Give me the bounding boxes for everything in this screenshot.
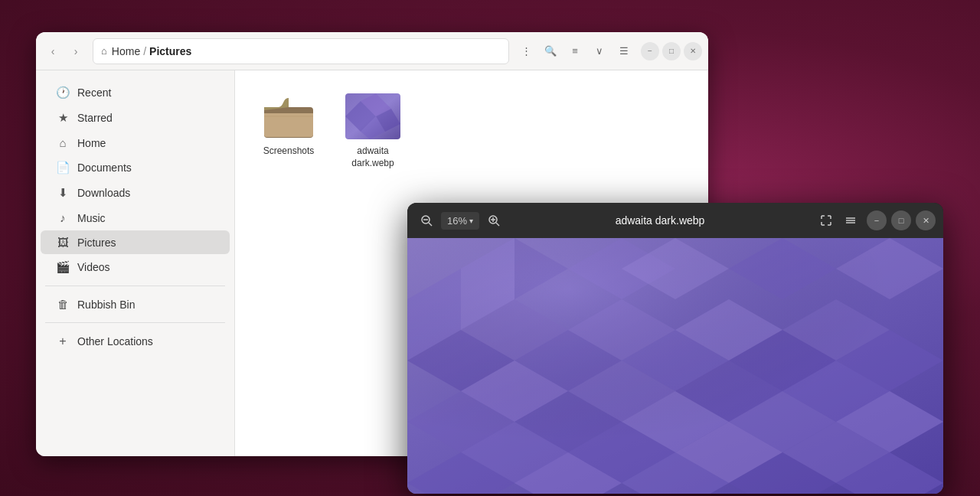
sidebar-divider-2 xyxy=(45,322,225,323)
svg-line-11 xyxy=(496,223,499,226)
viewer-titlebar: 16% ▾ adwaita dark.webp xyxy=(407,203,943,238)
starred-icon: ★ xyxy=(56,111,70,125)
sidebar-label-documents: Documents xyxy=(77,162,132,174)
viewer-menu-button[interactable] xyxy=(839,209,862,232)
zoom-value: 16% xyxy=(447,215,467,227)
sidebar-label-downloads: Downloads xyxy=(77,187,130,199)
close-button[interactable]: ✕ xyxy=(684,42,702,60)
sidebar-item-documents[interactable]: 📄 Documents xyxy=(41,155,230,180)
file-item-screenshots[interactable]: Screenshots xyxy=(250,86,327,177)
zoom-level-display[interactable]: 16% ▾ xyxy=(441,212,479,230)
view-list-button[interactable]: ☰ xyxy=(613,41,635,62)
breadcrumb-current: Pictures xyxy=(149,45,191,57)
breadcrumb-home[interactable]: Home xyxy=(112,45,140,57)
videos-icon: 🎬 xyxy=(56,260,70,274)
documents-icon: 📄 xyxy=(56,161,70,175)
folder-icon-screenshots xyxy=(261,93,316,139)
sidebar-label-home: Home xyxy=(77,137,106,149)
other-locations-icon: + xyxy=(56,334,70,348)
search-button[interactable]: 🔍 xyxy=(540,41,561,62)
nav-buttons: ‹ › xyxy=(42,41,87,62)
menu-button[interactable]: ⋮ xyxy=(515,41,537,62)
window-controls: − □ ✕ xyxy=(641,42,702,60)
sidebar-item-recent[interactable]: 🕐 Recent xyxy=(41,80,230,105)
file-icon-adwaita xyxy=(345,93,400,139)
sidebar-label-music: Music xyxy=(77,212,106,224)
svg-rect-50 xyxy=(407,238,943,494)
view-toggle-button[interactable]: ≡ xyxy=(564,41,586,62)
file-name-adwaita: adwaita dark.webp xyxy=(341,145,405,169)
sidebar-label-starred: Starred xyxy=(77,112,113,124)
sidebar-item-pictures[interactable]: 🖼 Pictures xyxy=(41,230,230,254)
viewer-close-button[interactable]: ✕ xyxy=(916,210,936,230)
rubbish-icon: 🗑 xyxy=(56,298,70,311)
sidebar-item-home[interactable]: ⌂ Home xyxy=(41,131,230,155)
zoom-controls: 16% ▾ xyxy=(415,209,505,232)
view-dropdown-button[interactable]: ∨ xyxy=(589,41,610,62)
minimize-button[interactable]: − xyxy=(641,42,659,60)
viewer-content xyxy=(407,238,943,494)
viewer-title: adwaita dark.webp xyxy=(505,214,815,227)
forward-button[interactable]: › xyxy=(65,41,87,62)
breadcrumb-bar[interactable]: ⌂ Home / Pictures xyxy=(93,38,509,64)
titlebar-actions: ⋮ 🔍 ≡ ∨ ☰ xyxy=(515,41,635,62)
sidebar-label-other: Other Locations xyxy=(77,335,153,348)
sidebar-label-videos: Videos xyxy=(77,261,110,273)
home-icon: ⌂ xyxy=(101,45,107,57)
sidebar-item-starred[interactable]: ★ Starred xyxy=(41,106,230,130)
breadcrumb-separator: / xyxy=(143,45,146,57)
viewer-image xyxy=(407,238,943,494)
sidebar-item-other-locations[interactable]: + Other Locations xyxy=(41,329,230,354)
zoom-in-button[interactable] xyxy=(482,209,505,232)
sidebar-divider xyxy=(45,286,225,286)
file-name-screenshots: Screenshots xyxy=(263,145,315,158)
viewer-fullscreen-button[interactable] xyxy=(815,209,838,232)
image-viewer-window: 16% ▾ adwaita dark.webp xyxy=(407,203,943,494)
sidebar-item-videos[interactable]: 🎬 Videos xyxy=(41,255,230,279)
pictures-icon: 🖼 xyxy=(56,236,70,249)
sidebar-item-rubbish[interactable]: 🗑 Rubbish Bin xyxy=(41,292,230,316)
file-item-adwaita[interactable]: adwaita dark.webp xyxy=(335,86,411,177)
file-manager-titlebar: ‹ › ⌂ Home / Pictures ⋮ 🔍 ≡ ∨ ☰ − □ ✕ xyxy=(36,32,708,70)
viewer-actions: − □ ✕ xyxy=(815,209,936,232)
back-button[interactable]: ‹ xyxy=(42,41,64,62)
sidebar: 🕐 Recent ★ Starred ⌂ Home 📄 Documents ⬇ … xyxy=(36,70,235,456)
zoom-dropdown-icon: ▾ xyxy=(469,217,473,225)
sidebar-label-recent: Recent xyxy=(77,86,111,99)
maximize-button[interactable]: □ xyxy=(662,42,681,60)
recent-icon: 🕐 xyxy=(56,86,70,100)
sidebar-label-pictures: Pictures xyxy=(77,237,116,249)
sidebar-item-music[interactable]: ♪ Music xyxy=(41,206,230,230)
music-icon: ♪ xyxy=(56,211,70,224)
sidebar-label-rubbish: Rubbish Bin xyxy=(77,299,136,311)
zoom-out-button[interactable] xyxy=(415,209,438,232)
svg-line-7 xyxy=(429,223,432,226)
downloads-icon: ⬇ xyxy=(56,186,70,200)
sidebar-item-downloads[interactable]: ⬇ Downloads xyxy=(41,181,230,205)
home-sidebar-icon: ⌂ xyxy=(56,136,70,149)
viewer-minimize-button[interactable]: − xyxy=(867,210,887,230)
viewer-maximize-button[interactable]: □ xyxy=(891,210,911,230)
